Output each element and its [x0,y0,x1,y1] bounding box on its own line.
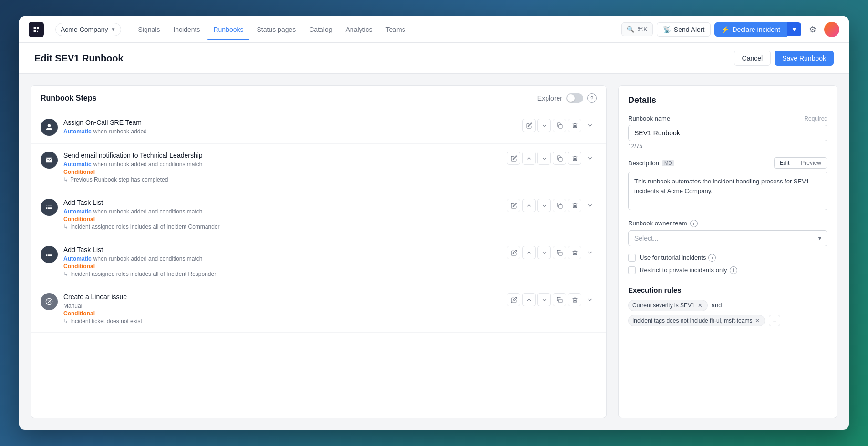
add-rule-button[interactable]: + [769,315,780,326]
search-icon: 🔍 [627,26,634,33]
rule-1-text: Current severity is SEV1 [632,302,695,309]
runbook-name-input[interactable] [628,125,827,141]
private-incidents-label: Restrict to private incidents only i [640,266,737,274]
step-duplicate-button[interactable] [553,119,566,132]
company-selector[interactable]: Acme Company ▼ [55,23,121,36]
step-condition-desc: ↳ Incident assigned roles includes all o… [63,223,501,230]
save-runbook-button[interactable]: Save Runbook [775,51,834,66]
nav-link-signals[interactable]: Signals [133,23,166,36]
preview-button[interactable]: Preview [795,158,827,168]
tutorial-info-icon[interactable]: i [708,254,716,262]
rule-connector: and [712,302,722,309]
step-move-up-button[interactable] [522,293,536,306]
step-expand-button[interactable] [583,293,597,306]
explorer-help-icon[interactable]: ? [587,93,597,103]
step-delete-button[interactable] [568,199,581,212]
private-info-icon[interactable]: i [730,266,737,274]
step-move-down-button[interactable] [537,119,551,132]
step-move-down-button[interactable] [537,293,551,306]
private-incidents-checkbox[interactable] [628,266,636,274]
step-move-up-button[interactable] [522,152,536,165]
search-button[interactable]: 🔍 ⌘K [621,22,653,36]
step-auto-trigger: Automatic [63,128,92,135]
send-alert-button[interactable]: 📡 Send Alert [657,22,711,37]
step-item: Send email notification to Technical Lea… [31,144,606,191]
step-actions [507,293,597,306]
step-conditional: Conditional [63,263,95,270]
settings-icon[interactable]: ⚙ [805,22,820,37]
step-move-down-button[interactable] [537,152,551,165]
step-move-down-button[interactable] [537,199,551,212]
svg-rect-5 [558,299,562,302]
step-icon [41,119,58,136]
cancel-button[interactable]: Cancel [734,51,771,66]
step-content: Send email notification to Technical Lea… [63,152,501,183]
step-duplicate-button[interactable] [553,246,566,259]
owner-team-select[interactable]: Select... [628,230,827,246]
step-duplicate-button[interactable] [553,152,566,165]
step-edit-button[interactable] [507,246,520,259]
nav-link-teams[interactable]: Teams [380,23,411,36]
chevron-down-icon: ▼ [111,27,116,32]
step-expand-button[interactable] [583,246,597,259]
rule-tag-2: Incident tags does not include fh-ui, ms… [628,315,765,326]
edit-button[interactable]: Edit [774,158,796,168]
step-conditional: Conditional [63,310,95,317]
nav-link-runbooks[interactable]: Runbooks [207,23,249,36]
step-condition-desc: ↳ Previous Runbook step has completed [63,176,501,183]
steps-title: Runbook Steps [41,94,96,102]
step-actions [507,152,597,165]
owner-team-info-icon[interactable]: i [690,220,698,227]
step-expand-button[interactable] [583,119,597,132]
nav-link-status-pages[interactable]: Status pages [251,23,302,36]
svg-rect-0 [558,124,562,128]
step-edit-button[interactable] [507,199,520,212]
step-icon [41,152,58,169]
step-edit-button[interactable] [507,152,520,165]
step-delete-button[interactable] [568,293,581,306]
step-item: Add Task List Automatic when runbook add… [31,191,606,238]
main-content: Runbook Steps Explorer ? Assign On-Call … [19,74,849,430]
edit-preview-buttons: Edit Preview [774,157,827,169]
nav-link-catalog[interactable]: Catalog [303,23,338,36]
step-expand-button[interactable] [583,199,597,212]
step-icon [41,293,58,310]
declare-incident-button[interactable]: ⚡ Declare incident [714,22,786,37]
step-expand-button[interactable] [583,152,597,165]
nav-right: 🔍 ⌘K 📡 Send Alert ⚡ Declare incident ▼ ⚙ [621,22,839,37]
step-content: Assign On-Call SRE Team Automatic when r… [63,119,517,135]
page-title: Edit SEV1 Runbook [34,53,124,64]
page-actions: Cancel Save Runbook [734,51,834,66]
steps-panel: Runbook Steps Explorer ? Assign On-Call … [31,85,607,418]
step-name: Send email notification to Technical Lea… [63,152,501,159]
tutorial-incidents-checkbox[interactable] [628,254,636,262]
user-avatar[interactable] [824,22,839,37]
rule-2-close-icon[interactable]: ✕ [754,317,761,324]
nav-link-analytics[interactable]: Analytics [340,23,378,36]
owner-team-select-wrapper: Select... ▼ [628,230,827,246]
steps-list: Assign On-Call SRE Team Automatic when r… [31,111,606,418]
step-delete-button[interactable] [568,119,581,132]
step-move-up-button[interactable] [522,199,536,212]
toggle-knob [567,94,575,102]
explorer-toggle-switch[interactable] [566,93,583,103]
step-duplicate-button[interactable] [553,199,566,212]
step-delete-button[interactable] [568,152,581,165]
step-edit-button[interactable] [522,119,536,132]
step-edit-button[interactable] [507,293,520,306]
step-condition-desc: ↳ Incident ticket does not exist [63,318,501,324]
declare-incident-dropdown[interactable]: ▼ [787,22,801,36]
details-title: Details [628,95,827,105]
tutorial-incidents-group: Use for tutorial incidents i [628,254,827,262]
step-delete-button[interactable] [568,246,581,259]
description-header: Description MD Edit Preview [628,157,827,169]
step-meta: Automatic when runbook added [63,128,517,135]
execution-rules-title: Execution rules [628,286,827,294]
step-move-up-button[interactable] [522,246,536,259]
rule-1-close-icon[interactable]: ✕ [697,302,703,309]
step-item: Add Task List Automatic when runbook add… [31,238,606,285]
nav-link-incidents[interactable]: Incidents [167,23,206,36]
step-move-down-button[interactable] [537,246,551,259]
description-textarea[interactable] [628,172,827,210]
step-duplicate-button[interactable] [553,293,566,306]
